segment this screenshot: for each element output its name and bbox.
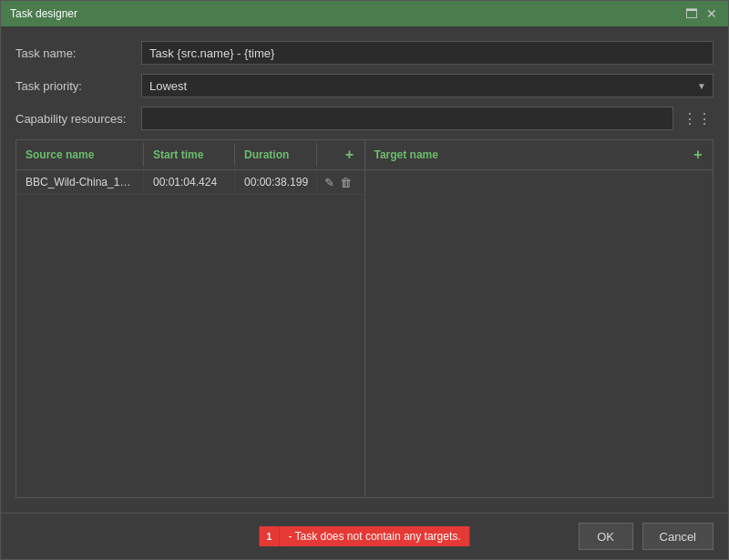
- ok-button[interactable]: OK: [579, 523, 633, 550]
- capability-resources-row: Capability resources: ⋮⋮: [15, 107, 714, 130]
- restore-button[interactable]: 🗖: [684, 6, 699, 21]
- capability-dots-icon[interactable]: ⋮⋮: [681, 108, 714, 129]
- duration-header: Duration: [235, 143, 317, 167]
- target-table-section: Target name +: [364, 140, 714, 497]
- target-table-body: [365, 170, 714, 497]
- source-table-body: BBC_Wild-China_1920x... 00:01:04.424 00:…: [16, 170, 364, 497]
- tables-container: Source name Start time Duration + BBC_Wi…: [15, 139, 714, 498]
- task-priority-row: Task priority: Lowest Low Normal High Hi…: [15, 74, 714, 97]
- footer: 1 - Task does not contain any targets. O…: [1, 513, 728, 559]
- source-table-section: Source name Start time Duration + BBC_Wi…: [16, 140, 364, 497]
- source-name-cell: BBC_Wild-China_1920x...: [16, 170, 144, 194]
- source-name-header: Source name: [16, 143, 144, 167]
- error-message: - Task does not contain any targets.: [279, 526, 469, 546]
- add-source-button[interactable]: +: [335, 140, 364, 169]
- close-button[interactable]: ✕: [704, 6, 719, 21]
- table-row: BBC_Wild-China_1920x... 00:01:04.424 00:…: [16, 170, 364, 195]
- delete-icon[interactable]: 🗑: [340, 176, 352, 189]
- task-name-label: Task name:: [15, 46, 134, 60]
- target-name-header: Target name: [365, 143, 684, 167]
- error-count-badge: 1: [259, 526, 279, 546]
- duration-cell: 00:00:38.199: [235, 170, 317, 194]
- edit-icon[interactable]: ✎: [324, 176, 334, 189]
- title-bar: Task designer 🗖 ✕: [1, 1, 728, 26]
- main-content: Task name: Task priority: Lowest Low Nor…: [1, 26, 728, 513]
- title-bar-controls: 🗖 ✕: [684, 6, 719, 21]
- capability-resources-label: Capability resources:: [15, 112, 134, 126]
- task-priority-select[interactable]: Lowest Low Normal High Highest: [141, 74, 714, 97]
- row-actions: ✎ 🗑: [317, 176, 359, 189]
- source-table-header: Source name Start time Duration +: [16, 140, 364, 170]
- error-badge-container: 1 - Task does not contain any targets.: [259, 526, 469, 546]
- cancel-button[interactable]: Cancel: [642, 523, 714, 550]
- start-time-cell: 00:01:04.424: [144, 170, 235, 194]
- add-target-button[interactable]: +: [683, 140, 713, 169]
- task-name-row: Task name:: [15, 41, 714, 65]
- capability-resources-input[interactable]: [141, 107, 673, 130]
- target-table-header: Target name +: [365, 140, 714, 170]
- window-title: Task designer: [10, 7, 77, 20]
- start-time-header: Start time: [144, 143, 235, 167]
- task-priority-select-wrapper: Lowest Low Normal High Highest ▼: [141, 74, 714, 97]
- task-designer-window: Task designer 🗖 ✕ Task name: Task priori…: [0, 0, 729, 560]
- task-name-input[interactable]: [141, 41, 714, 65]
- task-priority-label: Task priority:: [15, 79, 134, 93]
